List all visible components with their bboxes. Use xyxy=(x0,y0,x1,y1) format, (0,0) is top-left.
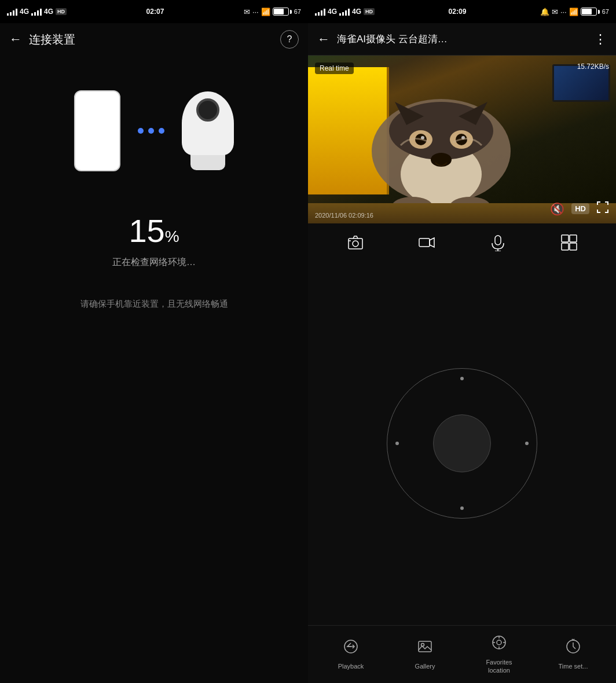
battery-left xyxy=(273,8,292,16)
battery-right xyxy=(581,8,600,16)
record-button[interactable] xyxy=(418,234,435,251)
dot-3 xyxy=(159,128,164,134)
signal-bars-r1 xyxy=(315,8,325,16)
dot-1 xyxy=(138,128,144,134)
mail-icon-right: ✉ xyxy=(552,8,558,16)
camera-feed: Real time 15.72KB/s 2020/11/06 02:09:16 … xyxy=(308,56,616,223)
back-button-right[interactable]: ← xyxy=(317,32,330,47)
dot-2 xyxy=(148,128,154,134)
bottom-nav: Playback Gallery xyxy=(308,625,616,683)
joystick-up[interactable] xyxy=(460,377,464,380)
progress-hint: 请确保手机靠近装置，且无线网络畅通 xyxy=(0,298,308,311)
fullscreen-button[interactable] xyxy=(596,201,609,216)
scene-container xyxy=(308,56,616,223)
dots-connector xyxy=(120,128,182,134)
wifi-icon-right: 📶 xyxy=(569,8,578,16)
bitrate-display: 15.72KB/s xyxy=(577,63,609,71)
page-title-left: 连接装置 xyxy=(29,32,75,47)
top-nav-left: ← 连接装置 ? xyxy=(0,23,308,56)
network-type-2: 4G xyxy=(44,8,53,16)
right-status-icons-left: ✉ ··· 📶 67 xyxy=(244,8,301,16)
camera-body xyxy=(182,91,234,155)
time-label: Time set... xyxy=(559,662,588,670)
svg-rect-24 xyxy=(562,235,569,242)
favorites-label: Favorites location xyxy=(486,658,512,675)
realtime-badge: Real time xyxy=(315,63,354,74)
nav-item-gallery[interactable]: Gallery xyxy=(405,638,445,670)
camera-toolbar xyxy=(308,223,616,262)
camera-title: 海雀AI摄像头 云台超清… xyxy=(337,32,448,46)
svg-rect-29 xyxy=(419,641,431,652)
battery-pct-left: 67 xyxy=(294,8,301,15)
svg-rect-19 xyxy=(419,238,430,247)
joystick-right[interactable] xyxy=(525,442,529,445)
favorites-icon xyxy=(491,634,507,655)
camera-base xyxy=(190,154,225,170)
signal-bars-r2 xyxy=(339,8,350,16)
clock-left: 02:07 xyxy=(146,8,164,16)
network-type-r2: 4G xyxy=(352,8,361,16)
svg-rect-26 xyxy=(562,243,569,250)
left-signal-info: 4G 4G HD xyxy=(7,8,67,16)
joystick-area xyxy=(308,262,616,625)
status-bar-right: 4G 4G HD 02:09 🔔 ✉ ··· 📶 67 xyxy=(308,0,616,23)
camera-graphic xyxy=(182,91,234,170)
status-bar-left: 4G 4G HD 02:07 ✉ ··· 📶 67 xyxy=(0,0,308,23)
microphone-button[interactable] xyxy=(489,234,507,251)
gallery-label: Gallery xyxy=(415,662,435,670)
more-menu-button[interactable]: ⋮ xyxy=(594,32,607,47)
svg-marker-20 xyxy=(430,238,434,247)
svg-rect-25 xyxy=(570,235,577,242)
split-view-button[interactable] xyxy=(560,234,578,251)
left-signal-info-right: 4G 4G HD xyxy=(315,8,375,16)
battery-pct-right: 67 xyxy=(602,8,609,15)
nav-item-time[interactable]: Time set... xyxy=(553,638,593,670)
feed-controls: 🔇 HD xyxy=(550,201,609,216)
gallery-icon xyxy=(417,638,433,659)
svg-rect-21 xyxy=(495,236,501,245)
svg-rect-16 xyxy=(349,238,362,249)
svg-point-9 xyxy=(431,153,452,167)
joystick-center[interactable] xyxy=(433,414,491,472)
camera-lens xyxy=(196,98,219,122)
hd-tag-right: HD xyxy=(364,8,375,15)
joystick-down[interactable] xyxy=(460,506,464,510)
progress-display: 15 % xyxy=(129,212,179,249)
network-type-r1: 4G xyxy=(328,8,337,16)
wifi-icon-left: 📶 xyxy=(261,8,270,16)
help-button[interactable]: ? xyxy=(280,30,299,49)
left-panel: 4G 4G HD 02:07 ✉ ··· 📶 67 ← 连接装置 ? xyxy=(0,0,308,683)
progress-status-text: 正在检查网络环境… xyxy=(112,256,196,269)
more-icon-right: ··· xyxy=(560,8,567,16)
playback-label: Playback xyxy=(338,662,364,670)
svg-point-17 xyxy=(353,241,358,247)
time-icon xyxy=(565,638,581,659)
screenshot-button[interactable] xyxy=(347,234,364,251)
signal-bars-1 xyxy=(7,8,17,16)
joystick-ring[interactable] xyxy=(387,368,537,519)
right-panel: 4G 4G HD 02:09 🔔 ✉ ··· 📶 67 ← 海雀AI摄像头 云台… xyxy=(308,0,616,683)
joystick-left[interactable] xyxy=(395,442,399,445)
notification-icon-1: 🔔 xyxy=(540,8,549,16)
phone-icon xyxy=(74,90,120,171)
clock-right: 02:09 xyxy=(449,8,467,16)
connect-illustration xyxy=(0,56,308,194)
progress-section: 15 % 正在检查网络环境… xyxy=(0,194,308,280)
top-nav-right: ← 海雀AI摄像头 云台超清… ⋮ xyxy=(308,23,616,56)
right-status-icons-right: 🔔 ✉ ··· 📶 67 xyxy=(540,8,609,16)
quality-badge[interactable]: HD xyxy=(571,203,589,214)
hd-tag-left: HD xyxy=(56,8,67,15)
back-button-left[interactable]: ← xyxy=(9,32,22,47)
mute-button[interactable]: 🔇 xyxy=(550,202,564,216)
more-icon-left: ··· xyxy=(252,8,259,16)
nav-item-favorites[interactable]: Favorites location xyxy=(479,634,519,675)
nav-item-playback[interactable]: Playback xyxy=(331,638,371,670)
dog-image xyxy=(354,93,528,215)
signal-bars-2 xyxy=(31,8,42,16)
mail-icon-left: ✉ xyxy=(244,8,250,16)
progress-unit: % xyxy=(165,227,179,246)
svg-point-32 xyxy=(497,640,501,645)
timestamp-display: 2020/11/06 02:09:16 xyxy=(315,212,373,219)
network-type-1: 4G xyxy=(20,8,29,16)
svg-rect-27 xyxy=(570,243,577,250)
